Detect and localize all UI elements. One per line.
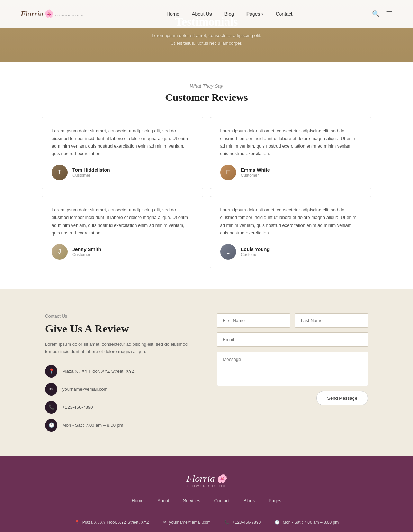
- contact-form: Send Message: [217, 313, 368, 432]
- review-text-2: Lorem ipsum dolor sit amet, consectetur …: [220, 127, 362, 158]
- reviewer-4: L Louis Young Customer: [220, 244, 362, 260]
- hours-text: Mon - Sat : 7.00 am – 8.00 pm: [62, 423, 123, 428]
- contact-title: Give Us A Review: [45, 322, 196, 335]
- review-text-3: Lorem ipsum dolor sit amet, consectetur …: [52, 206, 193, 237]
- menu-button[interactable]: ☰: [386, 10, 392, 18]
- avatar-2: E: [220, 165, 236, 180]
- email-text: yourname@email.com: [62, 387, 107, 392]
- hero-sub-line2: Ut elit tellus, luctus nec ullamcorper.: [171, 41, 242, 46]
- contact-info-list: 📍 Plaza X , XY Floor, XYZ Street, XYZ ✉ …: [45, 365, 196, 432]
- reviewer-info-2: Emma White Customer: [241, 167, 270, 178]
- footer-nav-about[interactable]: About: [158, 498, 169, 503]
- email-input[interactable]: [217, 332, 368, 347]
- address-text: Plaza X , XY Floor, XYZ Street, XYZ: [62, 369, 135, 374]
- phone-text: +123-456-7890: [62, 405, 93, 410]
- review-text-4: Lorem ipsum dolor sit amet, consectetur …: [220, 206, 362, 237]
- reviewer-name-1: Tom Hiddellston: [72, 167, 110, 173]
- footer-nav-contact[interactable]: Contact: [214, 498, 230, 503]
- hero-sub-line1: Lorem ipsum dolor sit amet, consectetur …: [152, 33, 261, 38]
- avatar-1: T: [52, 165, 68, 180]
- footer-brand-name: Florria: [186, 473, 215, 484]
- logo-icon: 🌸: [44, 9, 54, 18]
- phone-icon-box: 📞: [45, 401, 57, 414]
- contact-description: Lorem ipsum dolor sit amet, consectetur …: [45, 341, 196, 355]
- email-icon-box: ✉: [45, 383, 57, 396]
- footer-hours-text: Mon - Sat : 7.00 am – 8.00 pm: [282, 520, 339, 525]
- logo-subtitle: FLOWER STUDIO: [55, 14, 87, 17]
- last-name-input[interactable]: [295, 313, 368, 328]
- footer-hours: 🕐 Mon - Sat : 7.00 am – 8.00 pm: [275, 520, 339, 525]
- nav-blog[interactable]: Blog: [224, 11, 234, 17]
- contact-hours: 🕐 Mon - Sat : 7.00 am – 8.00 pm: [45, 419, 196, 432]
- contact-address: 📍 Plaza X , XY Floor, XYZ Street, XYZ: [45, 365, 196, 378]
- footer-brand-icon: 🌸: [216, 474, 227, 484]
- footer-phone-icon: 📞: [224, 520, 230, 525]
- address-icon-box: 📍: [45, 365, 57, 378]
- nav-contact[interactable]: Contact: [276, 11, 292, 17]
- footer-hours-icon: 🕐: [275, 520, 280, 525]
- contact-eyebrow: Contact Us: [45, 313, 196, 319]
- footer-divider: [21, 513, 392, 513]
- footer-nav-blogs[interactable]: Blogs: [243, 498, 255, 503]
- hours-icon-box: 🕐: [45, 419, 57, 432]
- footer-email-text: yourname@email.com: [169, 520, 210, 525]
- reviewer-info-3: Jenny Smith Customer: [72, 247, 101, 257]
- footer-address-icon: 📍: [74, 520, 80, 525]
- footer-logo: Florria 🌸 FLOWER STUDIO: [21, 473, 392, 488]
- footer-brand-sub: FLOWER STUDIO: [21, 484, 392, 488]
- footer-nav-home[interactable]: Home: [132, 498, 144, 503]
- reviewer-1: T Tom Hiddellston Customer: [52, 165, 193, 180]
- nav-logo[interactable]: Florria 🌸 FLOWER STUDIO: [21, 9, 87, 18]
- footer-phone-text: +123-456-7890: [232, 520, 261, 525]
- footer-email-icon: ✉: [163, 520, 166, 525]
- message-input[interactable]: [217, 352, 368, 386]
- contact-left: Contact Us Give Us A Review Lorem ipsum …: [45, 313, 196, 432]
- reviewer-role-4: Customer: [241, 252, 270, 257]
- review-text-1: Lorem ipsum dolor sit amet, consectetur …: [52, 127, 193, 158]
- footer: Florria 🌸 FLOWER STUDIO Home About Servi…: [0, 456, 413, 532]
- reviewer-info-1: Tom Hiddellston Customer: [72, 167, 110, 178]
- footer-address: 📍 Plaza X , XY Floor, XYZ Street, XYZ: [74, 520, 149, 525]
- reviewer-2: E Emma White Customer: [220, 165, 362, 180]
- review-card-3: Lorem ipsum dolor sit amet, consectetur …: [42, 196, 203, 268]
- hero-subtitle: Lorem ipsum dolor sit amet, consectetur …: [152, 32, 261, 47]
- nav-about[interactable]: About Us: [192, 11, 212, 17]
- pages-dropdown-icon: ▾: [261, 12, 263, 16]
- nav-actions: 🔍 ☰: [372, 10, 392, 18]
- main-nav: Florria 🌸 FLOWER STUDIO Home About Us Bl…: [0, 0, 413, 28]
- review-card-2: Lorem ipsum dolor sit amet, consectetur …: [210, 117, 372, 189]
- reviewer-3: J Jenny Smith Customer: [52, 244, 193, 260]
- footer-logo-text: Florria 🌸: [21, 473, 392, 484]
- search-button[interactable]: 🔍: [372, 10, 380, 18]
- avatar-4: L: [220, 244, 236, 260]
- reviews-eyebrow: What They Say: [42, 83, 371, 89]
- reviewer-role-1: Customer: [72, 173, 110, 178]
- avatar-3: J: [52, 244, 68, 260]
- footer-nav-services[interactable]: Services: [183, 498, 200, 503]
- logo-text: Florria: [21, 9, 43, 18]
- footer-info: 📍 Plaza X , XY Floor, XYZ Street, XYZ ✉ …: [21, 520, 392, 525]
- send-message-button[interactable]: Send Message: [316, 391, 368, 405]
- review-card-4: Lorem ipsum dolor sit amet, consectetur …: [210, 196, 372, 268]
- reviewer-name-2: Emma White: [241, 167, 270, 173]
- contact-phone: 📞 +123-456-7890: [45, 401, 196, 414]
- reviewer-name-3: Jenny Smith: [72, 247, 101, 252]
- reviews-section: What They Say Customer Reviews Lorem ips…: [0, 62, 413, 289]
- contact-email: ✉ yourname@email.com: [45, 383, 196, 396]
- reviews-grid: Lorem ipsum dolor sit amet, consectetur …: [42, 117, 371, 268]
- nav-home[interactable]: Home: [167, 11, 179, 17]
- reviews-title: Customer Reviews: [42, 91, 371, 103]
- footer-address-text: Plaza X , XY Floor, XYZ Street, XYZ: [82, 520, 149, 525]
- footer-phone: 📞 +123-456-7890: [224, 520, 261, 525]
- reviewer-info-4: Louis Young Customer: [241, 247, 270, 257]
- reviewer-role-2: Customer: [241, 173, 270, 178]
- footer-nav: Home About Services Contact Blogs Pages: [21, 497, 392, 504]
- review-card-1: Lorem ipsum dolor sit amet, consectetur …: [42, 117, 203, 189]
- nav-pages[interactable]: Pages ▾: [246, 11, 263, 17]
- nav-links: Home About Us Blog Pages ▾ Contact: [167, 11, 293, 17]
- footer-email: ✉ yourname@email.com: [163, 520, 210, 525]
- footer-nav-pages[interactable]: Pages: [269, 498, 281, 503]
- reviewer-name-4: Louis Young: [241, 247, 270, 252]
- reviewer-role-3: Customer: [72, 252, 101, 257]
- first-name-input[interactable]: [217, 313, 290, 328]
